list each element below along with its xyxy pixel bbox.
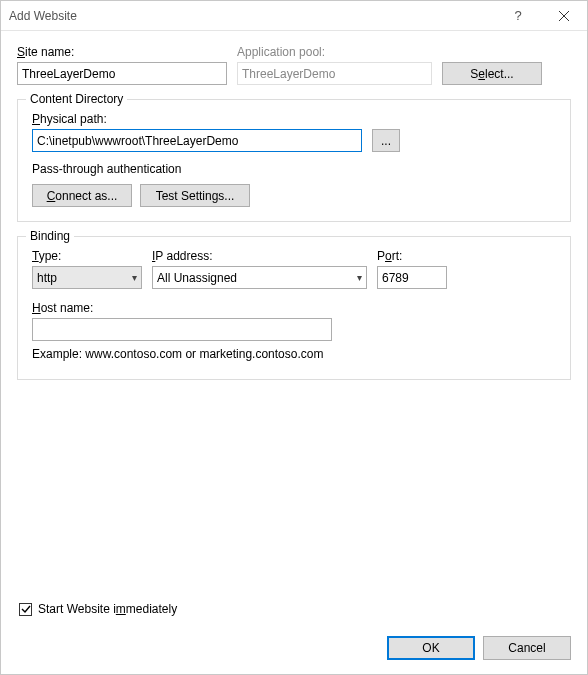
window-title: Add Website bbox=[9, 9, 495, 23]
port-input[interactable] bbox=[377, 266, 447, 289]
cancel-button[interactable]: Cancel bbox=[483, 636, 571, 660]
test-settings-button[interactable]: Test Settings... bbox=[140, 184, 250, 207]
site-name-input[interactable] bbox=[17, 62, 227, 85]
dialog-content: Site name: Application pool: ThreeLayerD… bbox=[1, 31, 587, 626]
chevron-down-icon: ▾ bbox=[357, 272, 362, 283]
ok-button[interactable]: OK bbox=[387, 636, 475, 660]
binding-group: Binding Type: http ▾ IP address: All Una… bbox=[17, 236, 571, 380]
type-select[interactable]: http ▾ bbox=[32, 266, 142, 289]
start-immediately-checkbox[interactable] bbox=[19, 603, 32, 616]
host-name-label: Host name: bbox=[32, 301, 332, 315]
start-immediately-row[interactable]: Start Website immediately bbox=[17, 596, 571, 626]
ip-address-label: IP address: bbox=[152, 249, 367, 263]
titlebar: Add Website ? bbox=[1, 1, 587, 31]
content-directory-title: Content Directory bbox=[26, 92, 127, 106]
type-label: Type: bbox=[32, 249, 142, 263]
connect-as-button[interactable]: Connect as... bbox=[32, 184, 132, 207]
site-name-label: Site name: bbox=[17, 45, 227, 59]
binding-title: Binding bbox=[26, 229, 74, 243]
ip-address-combo[interactable]: All Unassigned ▾ bbox=[152, 266, 367, 289]
physical-path-label: Physical path: bbox=[32, 112, 556, 126]
select-app-pool-button[interactable]: Select... bbox=[442, 62, 542, 85]
physical-path-input[interactable] bbox=[32, 129, 362, 152]
dialog-footer: OK Cancel bbox=[1, 626, 587, 674]
add-website-dialog: Add Website ? Site name: Application poo… bbox=[0, 0, 588, 675]
chevron-down-icon: ▾ bbox=[132, 272, 137, 283]
ip-address-value: All Unassigned bbox=[157, 271, 237, 285]
browse-path-button[interactable]: ... bbox=[372, 129, 400, 152]
app-pool-display: ThreeLayerDemo bbox=[237, 62, 432, 85]
help-button[interactable]: ? bbox=[495, 1, 541, 31]
host-name-input[interactable] bbox=[32, 318, 332, 341]
port-label: Port: bbox=[377, 249, 447, 263]
passthrough-auth-label: Pass-through authentication bbox=[32, 162, 556, 176]
app-pool-label: Application pool: bbox=[237, 45, 432, 59]
type-select-value: http bbox=[37, 271, 57, 285]
start-immediately-label: Start Website immediately bbox=[38, 602, 177, 616]
host-name-example: Example: www.contoso.com or marketing.co… bbox=[32, 347, 556, 361]
close-button[interactable] bbox=[541, 1, 587, 31]
content-directory-group: Content Directory Physical path: ... Pas… bbox=[17, 99, 571, 222]
